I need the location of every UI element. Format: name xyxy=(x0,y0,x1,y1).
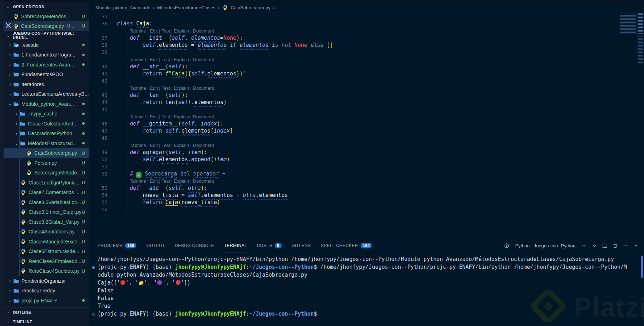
indent-guide xyxy=(128,99,128,106)
indent-guide xyxy=(128,192,128,199)
breadcrumb-item[interactable]: Modulo_python_Avanzado xyxy=(95,5,150,10)
workspace-header[interactable]: ⌄ JUEGOS-CON--PYTHON [WSL: UBUN... xyxy=(4,31,89,40)
tree-item[interactable]: Clase5ManejodeExce...U xyxy=(4,237,89,247)
panel-tab-gitlens[interactable]: GITLENS xyxy=(292,239,311,252)
codelens-actions[interactable]: Tabnine | Edit | Test | Explain | Docume… xyxy=(130,114,214,119)
tree-item[interactable]: ⌄Modulo_python_Avan... xyxy=(4,99,89,109)
tree-item[interactable]: ›projc-py-ENAFY xyxy=(4,296,89,306)
line-number: 49 xyxy=(90,149,108,156)
code-token: ) xyxy=(223,99,227,105)
chevron-right-icon: › xyxy=(14,131,19,136)
tree-item[interactable]: ⌄MétodosEstructurad... xyxy=(4,138,89,148)
tree-item[interactable]: ›LecturaEscrituraArchivos-yB... xyxy=(4,89,89,99)
tree-item[interactable]: Clase4Anotations.pyU xyxy=(4,227,89,237)
panel-tab-label: PROBLEMS xyxy=(98,243,123,248)
minimap[interactable] xyxy=(619,11,644,68)
panel-tab-problems[interactable]: PROBLEMS160 xyxy=(98,239,136,252)
vscode-window: ⌄ OPEN EDITORS SobrecargaMetodos....UCaj… xyxy=(0,0,644,326)
breadcrumb-item[interactable]: CajaSobrecarga.py xyxy=(231,5,270,10)
code-token xyxy=(291,42,294,48)
terminal-controls: Python - Juegos-con--Python xyxy=(504,239,639,252)
tree-item[interactable]: ›DecoradoresPython xyxy=(4,129,89,139)
maximize-panel-button[interactable] xyxy=(633,243,639,248)
tree-item[interactable]: ›FundamentosPOO xyxy=(4,70,89,80)
tree-item[interactable]: Clase1codigoPytonic...U xyxy=(4,178,89,188)
close-icon[interactable] xyxy=(4,21,13,31)
tree-item[interactable]: ›PracticaFreddy xyxy=(4,286,89,296)
codelens-actions[interactable]: Tabnine | Edit | Test | Explain | Docume… xyxy=(130,57,214,62)
tree-item[interactable]: Clase3.1Inner_Outer.pyU xyxy=(4,207,89,217)
terminal-text: ', ' xyxy=(144,280,157,286)
split-terminal-button[interactable] xyxy=(602,243,608,248)
open-editor-item[interactable]: SobrecargaMetodos....U xyxy=(4,11,89,21)
tree-item[interactable]: ›PendienteOrganizar xyxy=(4,276,89,286)
tree-item[interactable]: ›2. Fundamentos Avan... xyxy=(4,60,89,70)
panel-tab-debug-console[interactable]: DEBUG CONSOLE xyxy=(175,239,214,252)
chevron-right-icon: › xyxy=(7,52,13,58)
command-decoration[interactable] xyxy=(92,266,95,269)
tree-item[interactable]: Clase2 Comentarios_...U xyxy=(4,188,89,198)
tree-item[interactable]: Person.pyU xyxy=(4,158,89,168)
code-text: def __init__(self, elementos=None): xyxy=(117,34,644,41)
tree-item[interactable]: ›Iteradores. xyxy=(4,79,89,89)
breadcrumb-item[interactable]: ... xyxy=(277,5,281,10)
check-emoji: ✓ xyxy=(136,172,142,178)
more-actions-button[interactable] xyxy=(623,243,629,248)
code-token xyxy=(117,156,143,163)
code-token: . xyxy=(191,99,194,105)
line-number: 46 xyxy=(90,120,108,127)
tree-item-label: FundamentosPOO xyxy=(21,71,63,77)
terminal-output[interactable]: /home/jhonfypy/Juegos-con--Python/projc-… xyxy=(90,256,640,318)
code-line: 48 xyxy=(90,134,644,142)
panel-tab-ports[interactable]: PORTS5 xyxy=(257,239,282,252)
panel-tab-terminal[interactable]: TERMINAL xyxy=(224,239,247,252)
code-token: elementos xyxy=(207,70,236,77)
open-editors-header[interactable]: ⌄ OPEN EDITORS xyxy=(4,2,89,11)
command-decoration[interactable] xyxy=(92,313,95,316)
code-token: elementos xyxy=(239,42,268,48)
tree-item[interactable]: ›.mypy_cache xyxy=(4,109,89,119)
codelens-actions[interactable]: Tabnine | Edit | Test | Explain | Docume… xyxy=(130,28,214,34)
code-token: . xyxy=(178,128,182,134)
code-token: def xyxy=(130,149,143,155)
tree-item[interactable]: CajaSobrecarga.pyU xyxy=(4,148,89,158)
tree-item-label: LecturaEscrituraArchivos-yB... xyxy=(21,91,89,97)
codelens-actions[interactable]: Tabnine | Edit | Test | Explain | Docume… xyxy=(130,143,214,148)
terminal-scrollbar[interactable] xyxy=(641,256,643,278)
new-terminal-button[interactable] xyxy=(581,243,587,248)
terminal-text: (projc-py-ENAFY) (base) xyxy=(98,264,175,270)
code-text xyxy=(117,49,644,56)
code-token: ( xyxy=(175,99,178,105)
indent-guide xyxy=(128,163,128,170)
tree-item[interactable]: ›1.FundamentosProgra... xyxy=(4,50,89,60)
breadcrumb-item[interactable]: MétodosEstructuradeClases xyxy=(157,5,215,10)
tree-item[interactable]: RetoClase4Sueldos.pyU xyxy=(4,266,89,276)
tree-item-label: Person.py xyxy=(34,160,57,166)
tree-item[interactable]: Clese6Estructurasde...U xyxy=(4,247,89,257)
panel-tab-label: TERMINAL xyxy=(224,243,247,248)
code-token: ] xyxy=(230,128,233,134)
tree-item[interactable]: RetoClase3Empleado...U xyxy=(4,256,89,266)
codelens-actions[interactable]: Tabnine | Edit | Test | Explain | Docume… xyxy=(130,178,214,184)
terminal-profile-dropdown-button[interactable] xyxy=(591,243,598,248)
timeline-section-header[interactable]: › TIMELINE xyxy=(4,317,89,326)
tree-item[interactable]: Clase3.0VariablesLoc...U xyxy=(4,197,89,207)
kill-terminal-button[interactable] xyxy=(612,243,618,248)
terminal-line: (projc-py-ENAFY) (base) jhonfypy@Jhonfyp… xyxy=(90,263,640,271)
code-viewport[interactable]: 3536class Caja:Tabnine | Edit | Test | E… xyxy=(90,13,644,239)
tree-item[interactable]: SobrecargaMetodo...U xyxy=(4,168,89,178)
outline-section-header[interactable]: › OUTLINE xyxy=(4,307,89,317)
tree-item[interactable]: ›.vscode xyxy=(4,40,89,50)
code-line: 40 def __str__(self): xyxy=(90,63,644,70)
code-line: 41 return f"Caja({self.elementos})" xyxy=(90,70,644,77)
open-editor-item[interactable]: CajaSobrecarga.pyM...U xyxy=(4,21,89,31)
panel-tab-spell-checker[interactable]: SPELL CHECKER160 xyxy=(321,239,372,252)
tree-item[interactable]: Clase3.2Glabal_Var.pyU xyxy=(4,217,89,227)
panel-tab-output[interactable]: OUTPUT xyxy=(146,239,165,252)
panel-scrollbar[interactable] xyxy=(641,307,643,316)
codelens-actions[interactable]: Tabnine | Edit | Test | Explain | Docume… xyxy=(130,85,214,91)
code-token: # xyxy=(130,171,136,177)
tree-item-label: CajaSobrecarga.py xyxy=(34,150,77,156)
tree-item[interactable]: ›Clase7ColectionAnd... xyxy=(4,119,89,129)
code-line: 38 self.elementos = elementos if element… xyxy=(90,41,644,49)
